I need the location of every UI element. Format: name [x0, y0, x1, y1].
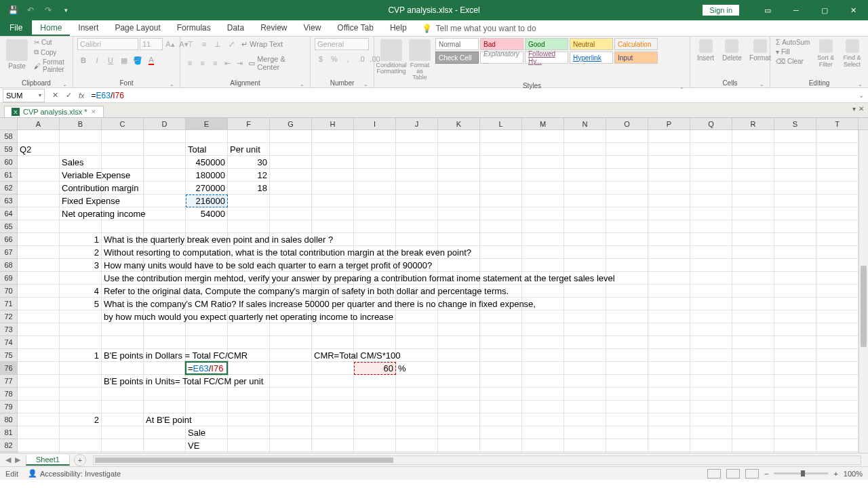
cell-K80[interactable]: [438, 413, 480, 426]
row-header[interactable]: 70: [0, 285, 18, 298]
cell-D58[interactable]: [144, 130, 186, 143]
cell-Q62[interactable]: [690, 182, 732, 195]
cell-B68[interactable]: 3: [60, 259, 102, 272]
tab-file[interactable]: File: [0, 20, 32, 36]
cell-T73[interactable]: [816, 323, 859, 336]
cell-O75[interactable]: [606, 349, 648, 362]
cell-A73[interactable]: [18, 323, 60, 336]
clear-button[interactable]: ⌫Clear: [774, 57, 811, 66]
col-header-L[interactable]: L: [480, 118, 522, 129]
cell-C60[interactable]: [102, 156, 144, 169]
row-header[interactable]: 78: [0, 388, 18, 401]
cell-A74[interactable]: [18, 336, 60, 349]
cell-N77[interactable]: [564, 375, 606, 388]
cell-A59[interactable]: Q2: [18, 143, 60, 156]
cell-S73[interactable]: [774, 323, 816, 336]
col-header-C[interactable]: C: [102, 118, 144, 129]
cell-H60[interactable]: [312, 156, 354, 169]
cell-G62[interactable]: [270, 182, 312, 195]
cell-R76[interactable]: [732, 362, 774, 375]
cell-M68[interactable]: [522, 259, 564, 272]
cell-F82[interactable]: [228, 439, 270, 452]
cell-M62[interactable]: [522, 182, 564, 195]
cell-L60[interactable]: [480, 156, 522, 169]
cell-S78[interactable]: [774, 388, 816, 401]
cell-P83[interactable]: [648, 452, 690, 453]
cell-M78[interactable]: [522, 388, 564, 401]
row-header[interactable]: 66: [0, 233, 18, 246]
cell-T74[interactable]: [816, 336, 859, 349]
cell-O71[interactable]: [606, 298, 648, 310]
cell-C75[interactable]: B'E points in Dollars = Total FC/CMR: [102, 349, 144, 362]
cell-O80[interactable]: [606, 413, 648, 426]
cell-E65[interactable]: [186, 220, 228, 233]
cell-N59[interactable]: [564, 143, 606, 156]
cell-L65[interactable]: [480, 220, 522, 233]
cell-R68[interactable]: [732, 259, 774, 272]
col-header-D[interactable]: D: [144, 118, 186, 129]
cell-S75[interactable]: [774, 349, 816, 362]
comma-icon[interactable]: ,: [342, 53, 354, 65]
cell-I81[interactable]: [354, 426, 396, 439]
cell-N72[interactable]: [564, 310, 606, 323]
align-right-icon[interactable]: ≡: [210, 57, 220, 69]
cell-I65[interactable]: [354, 220, 396, 233]
cell-R74[interactable]: [732, 336, 774, 349]
cell-N67[interactable]: [564, 246, 606, 259]
cell-A75[interactable]: [18, 349, 60, 362]
cell-R75[interactable]: [732, 349, 774, 362]
cell-L63[interactable]: [480, 195, 522, 207]
tab-insert[interactable]: Insert: [70, 20, 106, 36]
cut-button[interactable]: ✂Cut: [33, 38, 68, 47]
cell-Q83[interactable]: [690, 452, 732, 453]
cell-Q78[interactable]: [690, 388, 732, 401]
cell-Q80[interactable]: [690, 413, 732, 426]
cell-T76[interactable]: [816, 362, 859, 375]
cell-I77[interactable]: [354, 375, 396, 388]
cell-I73[interactable]: [354, 323, 396, 336]
row-header[interactable]: 61: [0, 169, 18, 182]
number-format-select[interactable]: [315, 38, 369, 50]
cell-N83[interactable]: [564, 452, 606, 453]
cell-D79[interactable]: [144, 401, 186, 413]
cell-K75[interactable]: [438, 349, 480, 362]
copy-button[interactable]: ⧉Copy: [33, 47, 68, 57]
cell-R62[interactable]: [732, 182, 774, 195]
cell-M64[interactable]: [522, 207, 564, 220]
autosum-button[interactable]: ΣAutoSum: [774, 38, 811, 47]
cell-I82[interactable]: [354, 439, 396, 452]
format-painter-button[interactable]: 🖌Format Painter: [33, 58, 68, 74]
cell-S74[interactable]: [774, 336, 816, 349]
cell-P62[interactable]: [648, 182, 690, 195]
cell-A69[interactable]: [18, 272, 60, 285]
cell-T64[interactable]: [816, 207, 859, 220]
cell-R81[interactable]: [732, 426, 774, 439]
cell-A76[interactable]: [18, 362, 60, 375]
chevron-down-icon[interactable]: ▾: [39, 92, 41, 98]
cell-C67[interactable]: Without resorting to computation, what i…: [102, 246, 144, 259]
cell-O62[interactable]: [606, 182, 648, 195]
cell-G58[interactable]: [270, 130, 312, 143]
cell-C82[interactable]: [102, 439, 144, 452]
cell-J75[interactable]: [396, 349, 438, 362]
cell-B66[interactable]: 1: [60, 233, 102, 246]
underline-icon[interactable]: U: [104, 54, 117, 66]
col-header-P[interactable]: P: [648, 118, 690, 129]
cell-J60[interactable]: [396, 156, 438, 169]
cell-D61[interactable]: [144, 169, 186, 182]
fill-button[interactable]: ▾Fill: [774, 47, 811, 56]
cell-L64[interactable]: [480, 207, 522, 220]
col-header-N[interactable]: N: [564, 118, 606, 129]
cell-A77[interactable]: [18, 375, 60, 388]
cell-O82[interactable]: [606, 439, 648, 452]
cell-I58[interactable]: [354, 130, 396, 143]
cell-O65[interactable]: [606, 220, 648, 233]
cell-L62[interactable]: [480, 182, 522, 195]
cell-T71[interactable]: [816, 298, 859, 310]
cell-T77[interactable]: [816, 375, 859, 388]
cell-A66[interactable]: [18, 233, 60, 246]
cell-N75[interactable]: [564, 349, 606, 362]
font-color-icon[interactable]: A: [145, 54, 157, 66]
col-header-H[interactable]: H: [312, 118, 354, 129]
cell-S68[interactable]: [774, 259, 816, 272]
